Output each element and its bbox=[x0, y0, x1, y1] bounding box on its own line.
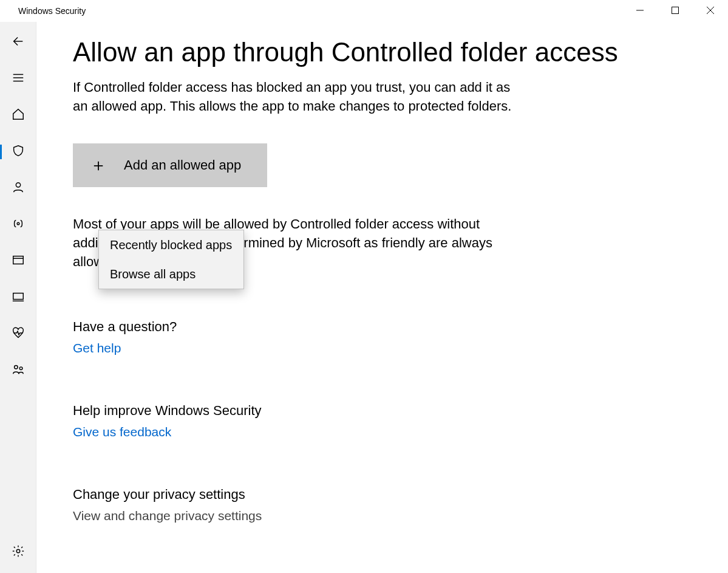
help-question: Have a question? bbox=[73, 319, 704, 335]
sidebar-item-account[interactable] bbox=[0, 170, 36, 207]
page-description: If Controlled folder access has blocked … bbox=[73, 78, 522, 116]
privacy-text: View and change privacy settings bbox=[73, 509, 704, 523]
sidebar-item-device-performance[interactable] bbox=[0, 316, 36, 352]
close-button[interactable] bbox=[693, 0, 728, 22]
maximize-button[interactable] bbox=[658, 0, 693, 22]
window-title: Windows Security bbox=[18, 6, 86, 16]
sidebar-item-firewall[interactable] bbox=[0, 207, 36, 243]
page-title: Allow an app through Controlled folder a… bbox=[73, 36, 704, 69]
svg-point-16 bbox=[16, 549, 20, 553]
sidebar-item-settings[interactable] bbox=[0, 534, 36, 571]
svg-rect-10 bbox=[13, 256, 23, 264]
device-security-icon bbox=[12, 290, 25, 306]
give-feedback-link[interactable]: Give us feedback bbox=[73, 425, 704, 439]
arrow-left-icon bbox=[12, 35, 25, 50]
sidebar-item-app-browser[interactable] bbox=[0, 243, 36, 280]
title-bar: Windows Security bbox=[0, 0, 728, 22]
svg-rect-12 bbox=[13, 293, 23, 300]
account-icon bbox=[12, 180, 25, 196]
svg-point-9 bbox=[17, 222, 19, 225]
maximize-icon bbox=[672, 6, 679, 16]
privacy-title: Change your privacy settings bbox=[73, 487, 704, 503]
minimize-icon bbox=[636, 6, 644, 16]
svg-rect-1 bbox=[672, 7, 679, 14]
sidebar-item-device-security[interactable] bbox=[0, 280, 36, 316]
family-icon bbox=[12, 363, 25, 379]
gear-icon bbox=[12, 544, 25, 560]
add-allowed-app-button[interactable]: ＋ Add an allowed app bbox=[73, 143, 267, 187]
back-button[interactable] bbox=[0, 24, 36, 61]
svg-point-8 bbox=[16, 183, 20, 187]
window-controls bbox=[622, 0, 728, 22]
close-icon bbox=[707, 6, 714, 16]
menu-button[interactable] bbox=[0, 61, 36, 97]
add-app-dropdown: Recently blocked apps Browse all apps bbox=[98, 230, 244, 289]
sidebar bbox=[0, 22, 36, 573]
sidebar-item-home[interactable] bbox=[0, 97, 36, 134]
sidebar-item-virus-threat[interactable] bbox=[0, 134, 36, 170]
add-allowed-app-label: Add an allowed app bbox=[124, 157, 241, 173]
improve-section: Help improve Windows Security Give us fe… bbox=[73, 403, 704, 439]
plus-icon: ＋ bbox=[90, 154, 107, 177]
sidebar-item-family[interactable] bbox=[0, 352, 36, 389]
menu-icon bbox=[12, 71, 25, 87]
get-help-link[interactable]: Get help bbox=[73, 341, 704, 355]
dropdown-item-recently-blocked[interactable]: Recently blocked apps bbox=[99, 230, 243, 259]
minimize-button[interactable] bbox=[622, 0, 658, 22]
shield-icon bbox=[12, 144, 25, 160]
firewall-icon bbox=[12, 217, 25, 233]
heart-icon bbox=[12, 326, 25, 342]
svg-point-15 bbox=[19, 367, 22, 370]
improve-title: Help improve Windows Security bbox=[73, 403, 704, 419]
dropdown-item-browse-all[interactable]: Browse all apps bbox=[99, 259, 243, 289]
home-icon bbox=[12, 108, 25, 123]
svg-point-14 bbox=[14, 366, 17, 369]
privacy-section: Change your privacy settings View and ch… bbox=[73, 487, 704, 523]
app-browser-icon bbox=[12, 253, 25, 269]
help-section: Have a question? Get help bbox=[73, 319, 704, 355]
